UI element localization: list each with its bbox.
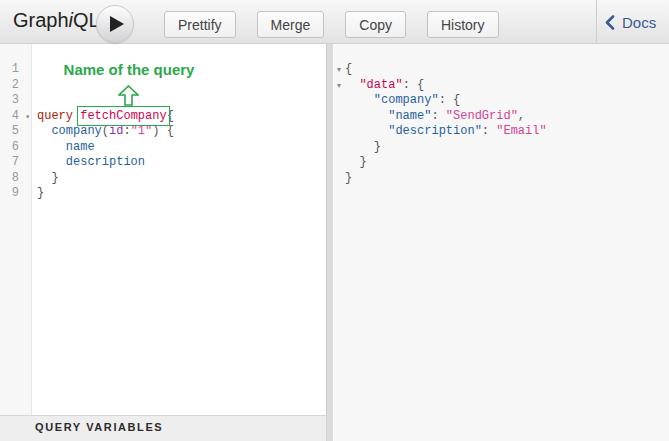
result-pane: ▾ ▾ { "data": { "company": { "name": "Se… xyxy=(333,44,669,441)
code-token: "description" xyxy=(388,124,482,138)
merge-button[interactable]: Merge xyxy=(257,11,325,38)
code-token: id xyxy=(109,124,123,138)
execute-query-button[interactable] xyxy=(96,5,134,43)
docs-label: Docs xyxy=(622,14,656,31)
code-token: name xyxy=(66,140,95,154)
code-token: : xyxy=(123,124,130,138)
code-line: } xyxy=(37,186,174,202)
toolbar: GraphiQL Prettify Merge Copy History Doc… xyxy=(0,0,669,44)
code-line: "name": "SendGrid", xyxy=(345,109,547,125)
history-button[interactable]: History xyxy=(427,11,499,38)
code-token: } xyxy=(345,171,352,185)
chevron-left-icon xyxy=(605,15,615,30)
code-line: "data": { xyxy=(345,78,547,94)
code-token: description xyxy=(66,155,145,169)
copy-button[interactable]: Copy xyxy=(345,11,406,38)
line-number: 5 xyxy=(0,124,31,140)
code-token: "1" xyxy=(131,124,153,138)
fold-arrow-icon[interactable]: ▾ xyxy=(333,62,345,78)
code-token xyxy=(345,109,388,123)
code-line: "description": "Email" xyxy=(345,124,547,140)
code-token: , xyxy=(518,109,525,123)
code-line xyxy=(37,62,174,78)
code-token: { xyxy=(453,93,460,107)
code-token xyxy=(345,78,359,92)
app-logo: GraphiQL xyxy=(13,9,100,32)
code-token: : xyxy=(482,124,496,138)
toolbar-button-group: Prettify Merge Copy History xyxy=(164,11,499,38)
code-line: } xyxy=(37,171,174,187)
toolbar-separator xyxy=(596,0,597,43)
docs-link[interactable]: Docs xyxy=(605,11,656,33)
code-line xyxy=(37,93,174,109)
code-token xyxy=(345,124,388,138)
code-token xyxy=(345,93,374,107)
code-line: query fetchCompany{ xyxy=(37,109,174,125)
result-json-viewer: { "data": { "company": { "name": "SendGr… xyxy=(345,44,547,186)
code-token: company xyxy=(51,124,101,138)
code-line: "company": { xyxy=(345,93,547,109)
code-token: } xyxy=(37,186,44,200)
line-number: 9 xyxy=(0,186,31,202)
code-token: { xyxy=(159,124,173,138)
code-token: } xyxy=(345,140,381,154)
code-line xyxy=(37,78,174,94)
code-token: "data" xyxy=(359,78,402,92)
logo-text: Graph xyxy=(13,9,69,31)
fold-arrow-icon[interactable]: ▾ xyxy=(25,110,30,124)
query-editor-pane[interactable]: 1 2 3 4▾ 5 6 7 8 9 query fetchCompany{ c… xyxy=(0,44,326,415)
code-token: : xyxy=(439,93,453,107)
code-line: } xyxy=(345,171,547,187)
line-number: 4▾ xyxy=(0,109,31,125)
code-token: } xyxy=(345,155,367,169)
line-number: 6 xyxy=(0,140,31,156)
pane-divider[interactable] xyxy=(326,44,333,441)
graphiql-app: GraphiQL Prettify Merge Copy History Doc… xyxy=(0,0,669,441)
code-token: : xyxy=(431,109,445,123)
query-variables-title: QUERY VARIABLES xyxy=(35,421,163,433)
code-token xyxy=(37,124,51,138)
code-token: "SendGrid" xyxy=(446,109,518,123)
code-token: query xyxy=(37,109,73,123)
code-line: } xyxy=(345,140,547,156)
line-number: 7 xyxy=(0,155,31,171)
code-token: ( xyxy=(102,124,109,138)
code-line: } xyxy=(345,155,547,171)
code-token: "name" xyxy=(388,109,431,123)
code-token: { xyxy=(345,62,352,76)
query-code-editor[interactable]: query fetchCompany{ company(id:"1") { na… xyxy=(33,44,174,202)
line-number-gutter: 1 2 3 4▾ 5 6 7 8 9 xyxy=(0,44,32,415)
code-token: "company" xyxy=(374,93,439,107)
code-line: name xyxy=(37,140,174,156)
play-icon xyxy=(107,16,124,32)
code-token: : xyxy=(403,78,417,92)
query-variables-bar[interactable]: QUERY VARIABLES xyxy=(0,415,326,441)
code-line: company(id:"1") { xyxy=(37,124,174,140)
line-number: 1 xyxy=(0,62,31,78)
code-token xyxy=(37,155,66,169)
code-line: { xyxy=(345,62,547,78)
fold-arrow-icon[interactable]: ▾ xyxy=(333,78,345,94)
code-token: { xyxy=(417,78,424,92)
code-token: } xyxy=(37,171,59,185)
code-token: { xyxy=(167,109,174,123)
code-token xyxy=(37,140,66,154)
line-number: 2 xyxy=(0,78,31,94)
code-token: fetchCompany xyxy=(80,109,166,123)
prettify-button[interactable]: Prettify xyxy=(164,11,236,38)
result-fold-gutter: ▾ ▾ xyxy=(333,62,345,93)
code-line: description xyxy=(37,155,174,171)
line-number: 3 xyxy=(0,93,31,109)
line-number: 8 xyxy=(0,171,31,187)
code-token: "Email" xyxy=(496,124,546,138)
